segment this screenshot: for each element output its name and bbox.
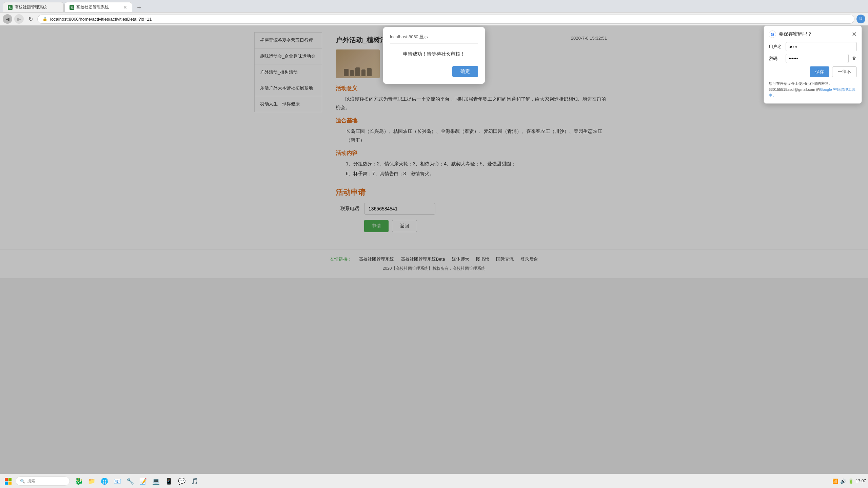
taskbar-icon-4[interactable]: 📧 [111,475,123,487]
pwd-dialog-title: 要保存密码吗？ [779,31,812,37]
pwd-password-input[interactable] [786,54,849,63]
pwd-username-input[interactable] [786,42,857,51]
taskbar-icon-7[interactable]: 💻 [150,475,162,487]
svg-rect-2 [5,482,8,485]
search-placeholder-text: 搜索 [27,478,35,484]
svg-rect-1 [8,478,12,481]
lock-icon: 🔒 [42,17,47,21]
taskbar-icon-8[interactable]: 📱 [163,475,175,487]
tab-2-close[interactable]: ✕ [123,5,127,10]
system-icon-battery: 🔋 [848,479,854,484]
eye-icon[interactable]: 👁 [851,56,857,62]
google-logo: G [769,30,776,38]
pwd-username-label: 用户名 [769,44,783,50]
pwd-password-row: 密码 👁 [769,54,857,63]
alert-overlay: localhost:8060 显示 申请成功！请等待社长审核！ 确定 [0,0,868,488]
password-save-dialog: G 要保存密码吗？ ✕ 用户名 密码 👁 保存 一律不 您可在任意设备上使用已存… [764,25,862,104]
tab-1[interactable]: 社 高校社团管理系统 [3,2,64,12]
address-bar[interactable]: 🔒 localhost:8060/home/activities/activit… [37,15,854,24]
tab-1-label: 高校社团管理系统 [15,4,47,10]
pwd-username-row: 用户名 [769,42,857,51]
alert-dialog: localhost:8060 显示 申请成功！请等待社长审核！ 确定 [383,27,485,84]
search-icon: 🔍 [20,479,25,484]
taskbar-app-icons: 🐉 📁 🌐 📧 🔧 📝 💻 📱 💬 🎵 [73,475,201,487]
taskbar-icon-5[interactable]: 🔧 [124,475,136,487]
pwd-buttons-row: 保存 一律不 [769,66,857,77]
taskbar-icon-1[interactable]: 🐉 [73,475,85,487]
svg-rect-0 [5,478,8,481]
system-icon-sound: 🔊 [840,479,846,484]
taskbar-icon-6[interactable]: 📝 [137,475,149,487]
taskbar-search-box[interactable]: 🔍 搜索 [16,476,70,486]
new-tab-button[interactable]: + [134,3,144,12]
start-button[interactable] [2,475,14,487]
reload-button[interactable]: ↻ [26,14,35,24]
taskbar: 🔍 搜索 🐉 📁 🌐 📧 🔧 📝 💻 📱 💬 🎵 📶 🔊 🔋 17:07 [0,474,868,488]
taskbar-icon-2[interactable]: 📁 [85,475,98,487]
pwd-close-icon[interactable]: ✕ [852,31,857,37]
tab-2-label: 高校社团管理系统 [76,4,109,10]
alert-message: 申请成功！请等待社长审核！ [390,48,478,60]
back-button[interactable]: ◀ [3,14,12,24]
svg-rect-3 [8,482,12,485]
alert-confirm-button[interactable]: 确定 [452,66,478,77]
tab-2[interactable]: 社 高校社团管理系统 ✕ [64,2,132,12]
taskbar-icon-9[interactable]: 💬 [176,475,188,487]
pwd-cancel-button[interactable]: 一律不 [832,66,857,77]
pwd-info-text: 您可在任意设备上使用已存储的密码。630155515asdf@gmail.com… [769,81,857,99]
forward-button[interactable]: ▶ [14,14,24,24]
browser-profile-button[interactable]: U [856,15,865,23]
taskbar-clock: 17:07 [856,479,866,484]
taskbar-system-tray: 📶 🔊 🔋 17:07 [832,479,866,484]
pwd-dialog-header: G 要保存密码吗？ ✕ [769,30,857,38]
pwd-password-label: 密码 [769,56,783,62]
url-text: localhost:8060/home/activities/activitie… [50,17,152,22]
alert-host: localhost:8060 显示 [390,34,478,44]
pwd-save-button[interactable]: 保存 [810,66,829,77]
system-icon-network: 📶 [832,479,838,484]
taskbar-icon-10[interactable]: 🎵 [189,475,201,487]
taskbar-icon-3[interactable]: 🌐 [98,475,111,487]
